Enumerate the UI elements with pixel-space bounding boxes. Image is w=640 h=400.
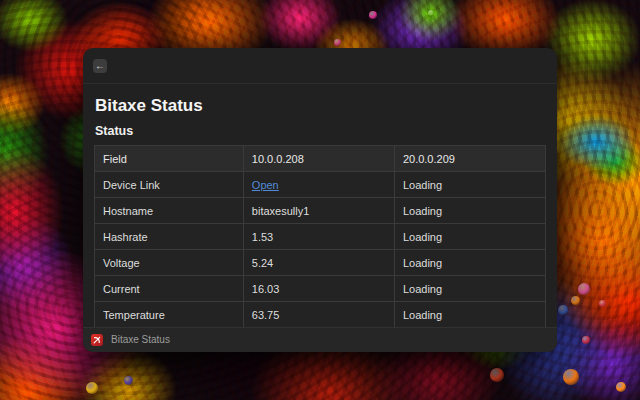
wallpaper-dot (616, 382, 626, 392)
wallpaper-dot (86, 382, 98, 394)
wallpaper-dot (124, 376, 133, 385)
field-cell: Temperature (95, 302, 244, 328)
wallpaper-dot (369, 11, 377, 19)
window-header: ← (83, 48, 557, 84)
field-cell: Voltage (95, 250, 244, 276)
table-row: Current 16.03 Loading (95, 276, 546, 302)
back-arrow-icon: ← (95, 61, 105, 71)
bitaxe-logo-icon (91, 334, 103, 346)
window-body: Bitaxe Status Status Field 10.0.0.208 20… (83, 96, 557, 328)
footer-bar: Bitaxe Status (83, 327, 557, 352)
wallpaper-dot (334, 39, 341, 46)
table-row: Hostname bitaxesully1 Loading (95, 198, 546, 224)
field-cell: Device Link (95, 172, 244, 198)
value-cell-device2: Loading (394, 276, 545, 302)
footer-app-name: Bitaxe Status (111, 335, 170, 345)
value-cell-device2: Loading (394, 172, 545, 198)
status-table-wrap: Field 10.0.0.208 20.0.0.209 Device Link … (94, 145, 546, 328)
value-cell-device2: Loading (394, 302, 545, 328)
value-cell-device1: 1.53 (243, 224, 394, 250)
column-header-field: Field (95, 146, 244, 172)
page-title: Bitaxe Status (95, 96, 546, 116)
value-cell-device1: 5.24 (243, 250, 394, 276)
value-cell-device1: Open (243, 172, 394, 198)
wallpaper-dot (563, 369, 579, 385)
value-cell-device2: Loading (394, 224, 545, 250)
wallpaper-dot (558, 305, 568, 315)
wallpaper-dot (571, 296, 580, 305)
field-cell: Hashrate (95, 224, 244, 250)
column-header-device1: 10.0.0.208 (243, 146, 394, 172)
value-cell-device2: Loading (394, 250, 545, 276)
value-cell-device2: Loading (394, 198, 545, 224)
section-heading-status: Status (95, 124, 546, 139)
status-table-body: Field 10.0.0.208 20.0.0.209 Device Link … (95, 146, 546, 329)
field-cell: Current (95, 276, 244, 302)
value-cell-device1: bitaxesully1 (243, 198, 394, 224)
table-row: Temperature 63.75 Loading (95, 302, 546, 328)
table-row: Voltage 5.24 Loading (95, 250, 546, 276)
table-header-row: Field 10.0.0.208 20.0.0.209 (95, 146, 546, 172)
wallpaper-dot (578, 283, 590, 295)
column-header-device2: 20.0.0.209 (394, 146, 545, 172)
bitaxe-status-window: ← Bitaxe Status Status Field 10.0.0.208 … (83, 48, 557, 352)
wallpaper-dot (599, 300, 606, 307)
table-row: Device Link Open Loading (95, 172, 546, 198)
value-cell-device1: 63.75 (243, 302, 394, 328)
wallpaper-dot (428, 10, 434, 16)
value-cell-device1: 16.03 (243, 276, 394, 302)
wallpaper-dot (582, 336, 590, 344)
wallpaper-dot (490, 368, 504, 382)
table-row: Hashrate 1.53 Loading (95, 224, 546, 250)
status-table: Field 10.0.0.208 20.0.0.209 Device Link … (94, 145, 546, 328)
back-button[interactable]: ← (93, 59, 107, 73)
field-cell: Hostname (95, 198, 244, 224)
open-device-link[interactable]: Open (252, 179, 279, 191)
